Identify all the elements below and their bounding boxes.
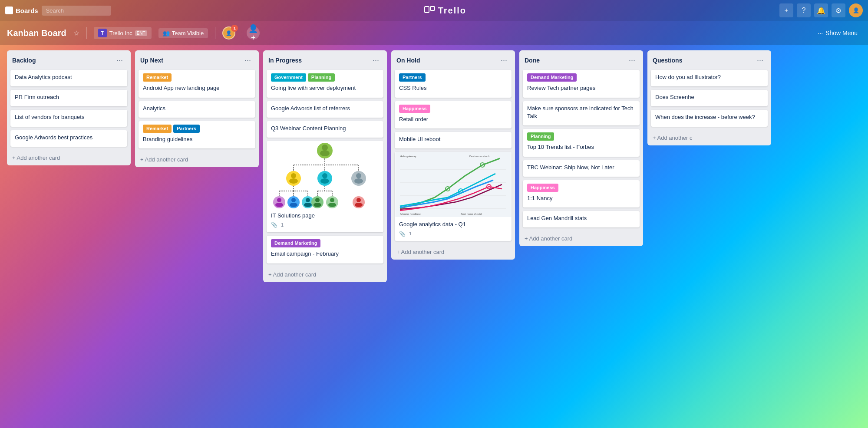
card-title: Email campaign - February: [271, 250, 379, 258]
card-labels: GovernmentPlanning: [271, 73, 379, 82]
svg-point-37: [306, 198, 310, 202]
boards-link[interactable]: Boards: [5, 7, 38, 14]
card[interactable]: PartnersCSS Rules: [395, 70, 512, 98]
card-title: Google analytics data - Q1: [399, 221, 507, 228]
nav-right: + ? 🔔 ⚙ 👤: [779, 3, 863, 17]
card-title: Google Adwords best practices: [15, 134, 123, 142]
board-header: Kanban Board ☆ T Trello Inc ENT 👥 Team V…: [0, 21, 868, 45]
attachment-icon: 📎: [399, 230, 406, 238]
card[interactable]: Mobile UI reboot: [395, 132, 512, 148]
svg-text:Best name should: Best name should: [469, 155, 490, 158]
card[interactable]: RemarketPartnersBranding guidelines: [139, 121, 255, 149]
card[interactable]: When does the increase - before week?: [651, 110, 768, 126]
column-menu-button[interactable]: ···: [242, 55, 254, 66]
card[interactable]: IT Solutions page📎1: [267, 141, 383, 232]
search-input[interactable]: [42, 6, 111, 16]
card[interactable]: HappinessRetail order: [395, 101, 512, 129]
trello-text: Trello: [438, 6, 466, 16]
notifications-button[interactable]: 🔔: [814, 3, 828, 17]
card-meta: 📎1: [399, 230, 507, 238]
card[interactable]: Q3 Webinar Content Planning: [267, 121, 383, 138]
add-button[interactable]: +: [779, 3, 793, 17]
add-card-button[interactable]: + Add another c: [647, 132, 771, 145]
trello-logo: Trello: [424, 6, 466, 16]
card[interactable]: How do you ad Illustrator?: [651, 70, 768, 86]
add-card-button[interactable]: + Add another card: [391, 246, 515, 260]
card[interactable]: Lead Gen Mandrill stats: [523, 211, 640, 227]
workspace-logo: T: [98, 29, 107, 37]
column-header: Backlog···: [7, 50, 131, 68]
svg-text:Hello gateway: Hello gateway: [400, 155, 416, 158]
board-title: Kanban Board: [7, 28, 66, 38]
card-label: Planning: [308, 73, 335, 82]
card[interactable]: Happiness1:1 Nancy: [523, 180, 640, 208]
card-title: 1:1 Nancy: [527, 194, 635, 202]
svg-rect-0: [6, 7, 9, 12]
card-title: Data Analytics podcast: [15, 73, 123, 81]
svg-text:Best name should: Best name should: [461, 213, 482, 215]
card[interactable]: GovernmentPlanningGoing live with server…: [267, 70, 383, 98]
svg-point-34: [291, 198, 296, 202]
svg-point-13: [291, 173, 296, 178]
user-avatar[interactable]: 👤: [849, 3, 863, 17]
divider: [86, 27, 87, 39]
trello-board-icon: [5, 7, 13, 14]
card[interactable]: PR Firm outreach: [10, 90, 127, 106]
card[interactable]: Demand MarketingEmail campaign - Februar…: [267, 236, 383, 263]
card[interactable]: Google Adwords best practices: [10, 130, 127, 147]
add-card-button[interactable]: + Add another card: [519, 233, 643, 246]
add-card-button[interactable]: + Add another card: [135, 154, 259, 167]
settings-button[interactable]: ⚙: [832, 3, 845, 17]
column-upnext: Up Next···RemarketAndroid App new landin…: [135, 50, 259, 167]
card[interactable]: Analytics: [139, 101, 255, 118]
add-card-button[interactable]: + Add another card: [263, 269, 387, 282]
svg-point-31: [277, 198, 281, 202]
column-header: Done···: [519, 50, 643, 68]
column-done: Done···Demand MarketingReview Tech partn…: [519, 50, 643, 246]
card[interactable]: Demand MarketingReview Tech partner page…: [523, 70, 640, 98]
column-header: On Hold···: [391, 50, 515, 68]
column-cards: How do you ad Illustrator?Does ScreenheW…: [647, 68, 771, 132]
column-menu-button[interactable]: ···: [754, 55, 766, 66]
visibility-icon: 👥: [163, 30, 170, 36]
card-title: How do you ad Illustrator?: [655, 73, 763, 81]
help-button[interactable]: ?: [797, 3, 811, 17]
add-card-button[interactable]: + Add another card: [7, 152, 131, 165]
workspace-badge[interactable]: T Trello Inc ENT: [94, 27, 152, 39]
column-title: Questions: [653, 57, 682, 64]
column-title: Up Next: [140, 57, 163, 64]
svg-point-40: [315, 198, 320, 202]
column-header: Up Next···: [135, 50, 259, 68]
notification-count: 1: [231, 25, 238, 32]
add-member-button[interactable]: 👤+: [247, 26, 260, 40]
card[interactable]: Does Screenhe: [651, 90, 768, 106]
card[interactable]: Google Adwords list of referrers: [267, 101, 383, 118]
column-cards: Demand MarketingReview Tech partner page…: [519, 68, 643, 233]
card[interactable]: Data Analytics podcast: [10, 70, 127, 86]
card-label: Partners: [173, 125, 200, 133]
show-menu-button[interactable]: ··· Show Menu: [814, 28, 861, 38]
ellipsis-icon: ···: [818, 30, 823, 36]
card-title: CSS Rules: [399, 84, 507, 92]
card-meta: 📎1: [271, 221, 379, 229]
card[interactable]: Make sure sponsors are indicated for Tec…: [523, 101, 640, 125]
top-navigation: Boards Trello + ? 🔔 ⚙ 👤: [0, 0, 868, 21]
visibility-badge[interactable]: 👥 Team Visible: [158, 28, 208, 38]
svg-point-16: [322, 173, 327, 178]
card[interactable]: Hello gateway Best name should Allsome h…: [395, 152, 512, 241]
card-label: Happiness: [527, 184, 558, 192]
card-labels: Remarket: [143, 73, 251, 82]
visibility-label: Team Visible: [172, 30, 204, 36]
card-title: Going live with server deployment: [271, 84, 379, 92]
card[interactable]: PlanningTop 10 Trends list - Forbes: [523, 129, 640, 157]
card[interactable]: TBC Webinar: Ship Now, Not Later: [523, 160, 640, 177]
column-menu-button[interactable]: ···: [114, 55, 125, 66]
svg-point-47: [355, 203, 363, 207]
card[interactable]: List of vendors for banquets: [10, 110, 127, 126]
column-menu-button[interactable]: ···: [498, 55, 510, 66]
column-menu-button[interactable]: ···: [626, 55, 638, 66]
card[interactable]: RemarketAndroid App new landing page: [139, 70, 255, 98]
card-title: Android App new landing page: [143, 84, 251, 92]
column-menu-button[interactable]: ···: [370, 55, 382, 66]
star-icon[interactable]: ☆: [73, 29, 79, 37]
